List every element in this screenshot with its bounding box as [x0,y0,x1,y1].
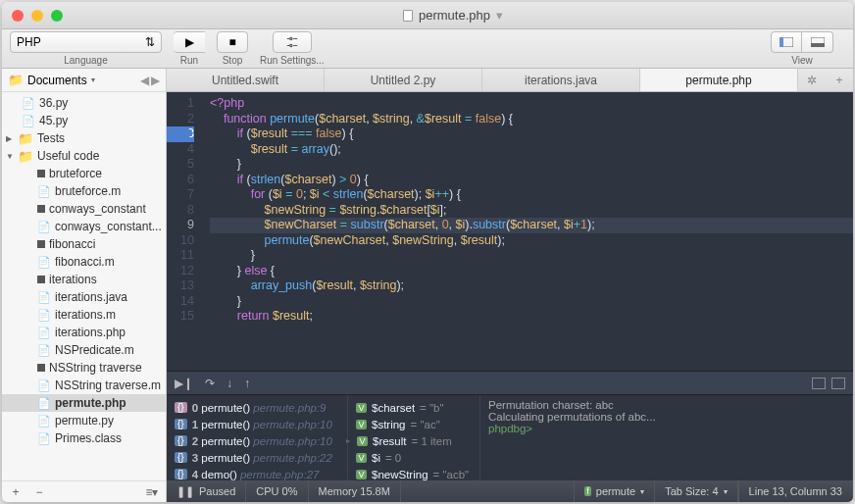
svg-rect-3 [811,43,825,47]
variable-row[interactable]: V$result = 1 item [356,432,472,449]
language-value: PHP [17,35,41,49]
code-content[interactable]: <?php function permute($charset, $string… [200,92,853,371]
folder-icon: 📁 [8,73,24,87]
status-tabsize[interactable]: Tab Size: 4▾ [654,480,737,502]
tree-file[interactable]: 📄conways_constant... [2,218,166,235]
code-editor[interactable]: 123456789101112131415 <?php function per… [167,92,853,371]
step-into-icon[interactable]: ↓ [226,377,232,390]
tree-file[interactable]: 📄fibonacci.m [2,253,166,271]
sidebar: 📁 Documents ▾ ◀ ▶ 📄36.py📄45.py▶📁Tests▼📁U… [2,69,167,502]
panel-toggle-2[interactable] [831,378,845,389]
language-select[interactable]: PHP ⇅ [10,31,162,53]
sidebar-menu-button[interactable]: ≡▾ [142,485,162,499]
chevron-down-icon[interactable]: ▾ [91,76,95,84]
remove-button[interactable]: − [29,485,49,499]
add-button[interactable]: + [6,485,25,499]
app-window: permute.php ▾ PHP ⇅ Language ▶ Run ■ Sto… [2,2,853,502]
stack-frame[interactable]: {}3 permute() permute.php:22 [175,449,339,466]
tree-file[interactable]: 📄45.py [2,112,166,129]
tree-folder[interactable]: ▶📁Tests [2,129,166,147]
function-badge-icon: f [584,486,591,496]
toolbar: PHP ⇅ Language ▶ Run ■ Stop Run Settings… [2,29,853,69]
window-controls [12,10,63,22]
tree-file[interactable]: fibonacci [2,235,166,253]
editor-tabs: Untitled.swiftUntitled 2.pyiterations.ja… [167,69,853,92]
chevron-updown-icon: ⇅ [145,35,155,49]
settings-label: Run Settings... [260,55,325,66]
stop-label: Stop [223,55,243,66]
file-tree: 📄36.py📄45.py▶📁Tests▼📁Useful codebrutefor… [2,92,166,480]
editor-tab[interactable]: Untitled.swift [167,69,325,91]
tree-file[interactable]: 📄iterations.m [2,306,166,324]
editor-tab[interactable]: permute.php [640,69,798,91]
title-text: permute.php [419,8,490,23]
titlebar: permute.php ▾ [2,2,853,29]
sidebar-root-label[interactable]: Documents [27,74,87,87]
language-label: Language [64,55,108,66]
variable-row[interactable]: V$charset = "b" [356,399,472,416]
continue-icon[interactable]: ▶❙ [175,377,193,390]
file-icon [403,10,413,22]
tree-file[interactable]: 📄iterations.php [2,324,166,341]
svg-rect-1 [780,37,783,47]
tree-file[interactable]: 📄NSString traverse.m [2,377,166,394]
stack-frame[interactable]: {}2 permute() permute.php:10 [175,432,339,449]
tree-file[interactable]: iterations [2,271,166,288]
console-line: phpdbg> [488,423,844,434]
variables-view[interactable]: V$charset = "b"V$string = "ac"V$result =… [348,395,480,480]
variable-row[interactable]: V$i = 0 [356,449,472,466]
tree-folder[interactable]: ▼📁Useful code [2,147,166,165]
step-out-icon[interactable]: ↑ [244,377,250,390]
run-settings-button[interactable] [273,31,312,53]
status-position[interactable]: Line 13, Column 33 [738,480,853,502]
view-bottom-button[interactable] [802,31,833,53]
step-over-icon[interactable]: ↷ [205,377,215,390]
run-label: Run [180,55,198,66]
nav-fwd-icon[interactable]: ▶ [151,74,160,87]
close-icon[interactable] [12,10,24,22]
sidebar-footer: + − ≡▾ [2,480,166,502]
add-tab-button[interactable]: + [826,69,853,91]
tree-file[interactable]: NSString traverse [2,359,166,377]
status-cpu: CPU 0% [246,480,308,502]
stack-frame[interactable]: {}1 permute() permute.php:10 [175,416,339,432]
debug-panel: {}0 permute() permute.php:9{}1 permute()… [167,394,853,480]
tree-file[interactable]: 📄bruteforce.m [2,182,166,200]
run-button[interactable]: ▶ [174,31,205,53]
console-line: Permutation charset: abc [488,399,844,411]
nav-back-icon[interactable]: ◀ [140,74,149,87]
window-title: permute.php ▾ [63,8,843,23]
view-left-button[interactable] [771,31,802,53]
call-stack[interactable]: {}0 permute() permute.php:9{}1 permute()… [167,395,348,480]
status-function[interactable]: fpermute▾ [574,480,654,502]
status-state: ❚❚Paused [167,480,246,502]
tree-file[interactable]: bruteforce [2,165,166,182]
tree-file[interactable]: 📄36.py [2,94,166,112]
console-line: Calculating permutations of abc... [488,411,844,423]
modified-indicator: ▾ [496,8,503,23]
tab-loading-icon: ✲ [798,69,826,91]
status-memory: Memory 15.8M [309,480,401,502]
console-output[interactable]: Permutation charset: abcCalculating perm… [480,395,853,480]
zoom-icon[interactable] [51,10,63,22]
tree-file[interactable]: 📄permute.py [2,412,166,429]
stop-button[interactable]: ■ [217,31,248,53]
editor-tab[interactable]: iterations.java [482,69,640,91]
panel-toggle-1[interactable] [812,378,826,389]
tree-file[interactable]: conways_constant [2,200,166,218]
sidebar-header: 📁 Documents ▾ ◀ ▶ [2,69,166,92]
tree-file[interactable]: 📄Primes.class [2,429,166,447]
main-area: Untitled.swiftUntitled 2.pyiterations.ja… [167,69,853,502]
minimize-icon[interactable] [31,10,43,22]
tree-file[interactable]: 📄NSPredicate.m [2,341,166,359]
statusbar: ❚❚Paused CPU 0% Memory 15.8M fpermute▾ T… [167,480,853,502]
tree-file[interactable]: 📄permute.php [2,394,166,412]
debug-toolbar: ▶❙ ↷ ↓ ↑ [167,371,853,394]
variable-row[interactable]: V$string = "ac" [356,416,472,432]
line-gutter[interactable]: 123456789101112131415 [167,92,200,371]
view-label: View [791,55,813,66]
pause-icon: ❚❚ [176,485,194,498]
stack-frame[interactable]: {}0 permute() permute.php:9 [175,399,339,416]
editor-tab[interactable]: Untitled 2.py [325,69,482,91]
tree-file[interactable]: 📄iterations.java [2,288,166,306]
